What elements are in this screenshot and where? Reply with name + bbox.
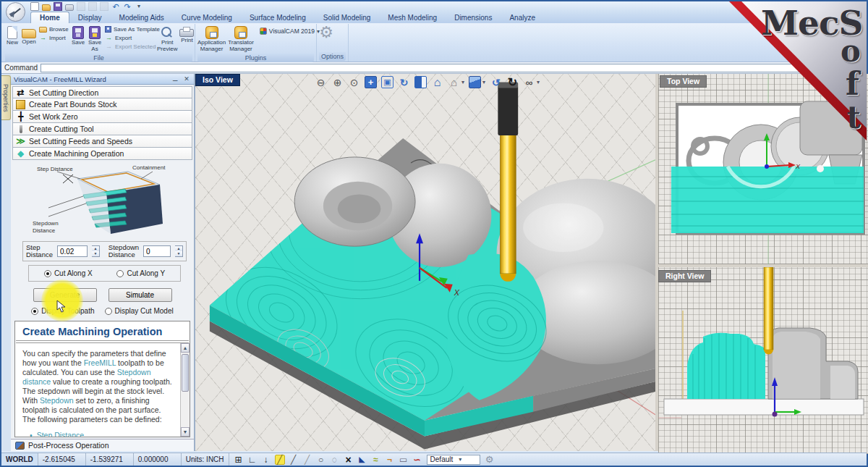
iso-viewport[interactable]: Iso View ▾▾▾ bbox=[195, 74, 655, 451]
command-input[interactable] bbox=[41, 64, 864, 72]
polyline-icon[interactable] bbox=[302, 455, 312, 465]
line-icon[interactable] bbox=[289, 455, 299, 465]
zoom-in-icon[interactable] bbox=[331, 76, 344, 88]
display-cut-model-radio[interactable]: Display Cut Model bbox=[105, 307, 174, 315]
visualcam-menu-button[interactable]: VisualCAM 2019▾ bbox=[257, 26, 323, 36]
translator-manager-button[interactable]: Translator Manager bbox=[227, 25, 255, 54]
arc-icon[interactable] bbox=[330, 455, 340, 465]
help-link[interactable]: Stepdown bbox=[40, 396, 74, 405]
tab-dimensions[interactable]: Dimensions bbox=[446, 12, 501, 23]
select-icon[interactable] bbox=[357, 455, 367, 465]
open-button[interactable]: Open bbox=[21, 25, 37, 54]
delete-icon[interactable] bbox=[344, 455, 354, 465]
redo-view-icon[interactable] bbox=[506, 76, 519, 88]
zoom-window-icon[interactable] bbox=[348, 76, 360, 88]
bullet-term-link[interactable]: Step Distance bbox=[37, 431, 176, 437]
redo-icon[interactable] bbox=[123, 2, 132, 11]
scrollbar-track[interactable] bbox=[181, 353, 190, 427]
spin-up-icon[interactable]: ▲ bbox=[175, 246, 182, 251]
display-toolpath-radio[interactable]: Display Toolpath bbox=[31, 307, 94, 315]
spin-up-icon[interactable]: ▲ bbox=[92, 246, 99, 251]
tab-display[interactable]: Display bbox=[69, 12, 111, 23]
display-mode-icon[interactable] bbox=[523, 76, 535, 88]
open-icon[interactable] bbox=[42, 4, 51, 11]
help-scrollbar[interactable]: ▲ ▼ bbox=[180, 343, 190, 437]
chevron-down-icon[interactable]: ▾ bbox=[482, 79, 485, 85]
step-distance-stepper[interactable]: ▲▼ bbox=[92, 245, 100, 257]
paste-icon[interactable] bbox=[100, 2, 109, 11]
export-selected-button[interactable]: Export Selected bbox=[105, 43, 154, 50]
import-button[interactable]: Import bbox=[39, 34, 68, 41]
tab-solid-modeling[interactable]: Solid Modeling bbox=[315, 12, 380, 23]
csys-icon[interactable] bbox=[247, 455, 258, 465]
wizard-step-create-part-bounds-stock[interactable]: Create Part Bounds Stock bbox=[12, 98, 192, 111]
export-button[interactable]: Export bbox=[105, 34, 154, 41]
wizard-step-set-cutting-direction[interactable]: Set Cutting Direction bbox=[12, 86, 192, 98]
close-icon[interactable]: ✕ bbox=[182, 75, 191, 83]
tab-analyze[interactable]: Analyze bbox=[501, 12, 544, 23]
application-manager-button[interactable]: Application Manager bbox=[197, 25, 226, 54]
post-process-operation[interactable]: Post-Process Operation bbox=[11, 439, 194, 451]
layer-dropdown[interactable]: Default ▾ bbox=[427, 455, 480, 465]
step-distance-input[interactable] bbox=[57, 245, 88, 257]
snap-line-icon[interactable] bbox=[275, 455, 285, 465]
undo-icon[interactable] bbox=[111, 2, 120, 11]
units-cell[interactable]: Units: INCH bbox=[182, 453, 229, 466]
tab-home[interactable]: Home bbox=[30, 12, 69, 23]
browse-button[interactable]: Browse bbox=[39, 26, 68, 33]
spin-down-icon[interactable]: ▼ bbox=[92, 251, 99, 256]
cube-view-icon[interactable] bbox=[469, 76, 481, 88]
undo-view-icon[interactable] bbox=[490, 76, 502, 88]
scroll-down-icon[interactable]: ▼ bbox=[181, 427, 190, 437]
options-button[interactable] bbox=[318, 25, 334, 52]
settings-gear-icon[interactable] bbox=[485, 455, 495, 465]
curve-icon[interactable] bbox=[371, 455, 381, 465]
wizard-step-create-machining-operation[interactable]: Create Machining Operation bbox=[12, 148, 192, 160]
print-preview-button[interactable]: Print Preview bbox=[156, 25, 178, 54]
wizard-step-set-work-zero[interactable]: Set Work Zero bbox=[12, 111, 192, 123]
new-button[interactable]: New bbox=[4, 25, 20, 54]
cut-icon[interactable] bbox=[77, 2, 85, 11]
pin-icon[interactable]: ⚊ bbox=[171, 75, 179, 83]
tab-modeling-aids[interactable]: Modeling Aids bbox=[111, 12, 173, 23]
grid-snap-icon[interactable] bbox=[234, 455, 244, 465]
spin-down-icon[interactable]: ▼ bbox=[175, 251, 182, 256]
save-as-button[interactable]: Save As bbox=[87, 25, 103, 54]
tab-curve-modeling[interactable]: Curve Modeling bbox=[173, 12, 241, 23]
chevron-down-icon[interactable]: ▾ bbox=[461, 79, 464, 85]
pick-point-icon[interactable] bbox=[261, 455, 271, 465]
csys-cell[interactable]: WORLD bbox=[1, 453, 38, 466]
pan-icon[interactable] bbox=[414, 76, 427, 88]
circle-icon[interactable] bbox=[316, 455, 326, 465]
save-as-template-button[interactable]: Save As Template bbox=[105, 26, 154, 33]
home-view-icon[interactable] bbox=[431, 76, 443, 88]
print-icon[interactable] bbox=[65, 4, 74, 11]
copy-icon[interactable] bbox=[88, 2, 97, 11]
top-viewport[interactable]: Top View bbox=[658, 74, 868, 264]
chevron-down-icon[interactable]: ▾ bbox=[537, 79, 540, 85]
help-link[interactable]: FreeMILL bbox=[84, 358, 116, 367]
new-icon[interactable] bbox=[30, 2, 39, 11]
tab-mesh-modeling[interactable]: Mesh Modeling bbox=[379, 12, 446, 23]
stepdown-distance-stepper[interactable]: ▲▼ bbox=[175, 245, 183, 257]
cut-along-x-radio[interactable]: Cut Along X bbox=[44, 269, 93, 277]
zoom-out-icon[interactable] bbox=[315, 76, 327, 88]
properties-tab[interactable]: Properties bbox=[1, 75, 11, 120]
scroll-up-icon[interactable]: ▲ bbox=[181, 343, 190, 353]
wizard-step-create-cutting-tool[interactable]: Create Cutting Tool bbox=[12, 123, 192, 135]
customize-icon[interactable] bbox=[135, 2, 143, 11]
cut-along-y-radio[interactable]: Cut Along Y bbox=[116, 269, 165, 277]
zoom-selected-icon[interactable] bbox=[381, 76, 393, 88]
corner-icon[interactable] bbox=[385, 455, 395, 465]
tab-surface-modeling[interactable]: Surface Modeling bbox=[241, 12, 315, 23]
right-viewport[interactable]: Right View bbox=[658, 267, 868, 454]
zoom-extents-icon[interactable] bbox=[365, 76, 377, 88]
wizard-step-set-cutting-feeds-and-speeds[interactable]: Set Cutting Feeds and Speeds bbox=[12, 135, 192, 148]
scrollbar-thumb[interactable] bbox=[182, 354, 189, 392]
save-button[interactable]: Save bbox=[70, 25, 86, 54]
spline-icon[interactable] bbox=[412, 455, 422, 465]
simulate-button[interactable]: Simulate bbox=[109, 288, 172, 302]
sheet-icon[interactable] bbox=[399, 455, 409, 465]
print-button[interactable]: Print bbox=[179, 25, 195, 54]
generate-button[interactable]: Generate bbox=[33, 288, 97, 302]
